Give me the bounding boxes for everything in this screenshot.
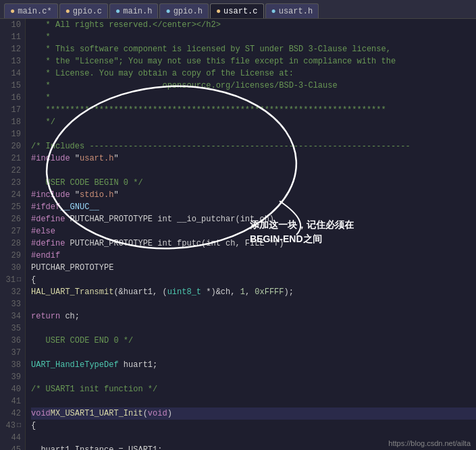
tab-ext-icon: ● — [216, 7, 221, 16]
tab-ext-icon: ● — [165, 7, 170, 16]
tab-label: main.h — [123, 7, 152, 16]
line-number: 18 — [0, 116, 25, 128]
code-line: * opensource.org/licenses/BSD-3-Clause — [31, 80, 476, 92]
code-line: #define PUTCHAR_PROTOTYPE int fputc(int … — [31, 237, 476, 250]
code-editor: 1011121314151617181920212223242526272829… — [0, 19, 476, 450]
tab-label: main.c* — [18, 7, 51, 16]
code-line: { — [31, 274, 476, 286]
line-number: 27 — [0, 225, 25, 237]
code-line: #endif — [31, 250, 476, 262]
code-line: void MX_USART1_UART_Init(void) — [31, 407, 476, 420]
line-number: 12 — [0, 43, 25, 55]
line-number: 32 — [0, 286, 25, 298]
tab-usart-c[interactable]: ● usart.c — [210, 3, 264, 18]
tab-usart-h[interactable]: ● usart.h — [265, 3, 319, 18]
line-number: 10 — [0, 19, 25, 31]
line-number: 23 — [0, 177, 25, 189]
code-line: USER CODE END 0 */ — [31, 335, 476, 347]
tab-label: usart.h — [279, 7, 313, 16]
code-line: * This software component is licensed by… — [31, 43, 476, 55]
watermark: https://blog.csdn.net/ailta — [388, 439, 471, 447]
line-number: 42 — [0, 407, 25, 420]
tab-ext-icon: ● — [115, 7, 120, 16]
line-number: 40 — [0, 383, 25, 395]
code-content[interactable]: * All rights reserved.</center></h2> * *… — [26, 19, 476, 450]
code-line: #include "stdio.h" — [31, 189, 476, 201]
tab-gpio-c[interactable]: ● gpio.c — [59, 3, 108, 18]
code-line: UART_HandleTypeDef huart1; — [31, 359, 476, 371]
line-number: 19 — [0, 128, 25, 140]
code-line: * — [31, 92, 476, 104]
code-line — [31, 322, 476, 335]
tab-ext-icon: ● — [271, 7, 276, 16]
line-number: 20 — [0, 140, 25, 152]
code-line: /* Includes ----------------------------… — [31, 140, 476, 152]
tab-main-c[interactable]: ● main.c* — [4, 3, 58, 18]
tab-bar: ● main.c* ● gpio.c ● main.h ● gpio.h ● u… — [0, 0, 476, 19]
line-number: 15 — [0, 80, 25, 92]
tab-label: usart.c — [223, 7, 257, 16]
line-number: 45 — [0, 444, 25, 450]
code-line: #include "usart.h" — [31, 152, 476, 165]
tab-ext-icon: ● — [10, 7, 15, 16]
line-number: 22 — [0, 165, 25, 177]
code-line: ****************************************… — [31, 104, 476, 116]
tab-label: gpio.h — [174, 7, 203, 16]
line-number: 16 — [0, 92, 25, 104]
code-line — [31, 298, 476, 310]
line-number: 28 — [0, 237, 25, 250]
code-line — [31, 395, 476, 407]
tab-main-h[interactable]: ● main.h — [109, 3, 158, 18]
line-number: 44 — [0, 432, 25, 444]
line-number: 25 — [0, 201, 25, 213]
code-line: USER CODE BEGIN 0 */ — [31, 177, 476, 189]
code-line: #else — [31, 225, 476, 237]
line-number: 41 — [0, 395, 25, 407]
code-line — [31, 165, 476, 177]
code-line: HAL_UART_Transmit(&huart1, (uint8_t *)&c… — [31, 286, 476, 298]
code-line: * License. You may obtain a copy of the … — [31, 67, 476, 80]
line-number: 21 — [0, 152, 25, 165]
code-line: */ — [31, 116, 476, 128]
code-line: #define PUTCHAR_PROTOTYPE int __io_putch… — [31, 213, 476, 225]
code-line: /* USART1 init function */ — [31, 383, 476, 395]
line-numbers: 1011121314151617181920212223242526272829… — [0, 19, 26, 450]
line-number: 31 — [0, 274, 25, 286]
code-line: * — [31, 31, 476, 43]
line-number: 17 — [0, 104, 25, 116]
line-number: 11 — [0, 31, 25, 43]
code-line: PUTCHAR_PROTOTYPE — [31, 262, 476, 274]
code-line — [31, 128, 476, 140]
line-number: 34 — [0, 310, 25, 322]
tab-label: gpio.c — [73, 7, 102, 16]
line-number: 43 — [0, 420, 25, 432]
line-number: 26 — [0, 213, 25, 225]
code-line: * All rights reserved.</center></h2> — [31, 19, 476, 31]
line-number: 37 — [0, 347, 25, 359]
code-line: #ifdef __GNUC__ — [31, 201, 476, 213]
code-line: return ch; — [31, 310, 476, 322]
code-line — [31, 371, 476, 383]
line-number: 30 — [0, 262, 25, 274]
tab-gpio-h[interactable]: ● gpio.h — [159, 3, 208, 18]
line-number: 13 — [0, 55, 25, 67]
code-line — [31, 347, 476, 359]
line-number: 35 — [0, 322, 25, 335]
line-number: 29 — [0, 250, 25, 262]
code-line: { — [31, 420, 476, 432]
line-number: 39 — [0, 371, 25, 383]
code-line: * the "License"; You may not use this fi… — [31, 55, 476, 67]
line-number: 33 — [0, 298, 25, 310]
line-number: 24 — [0, 189, 25, 201]
line-number: 38 — [0, 359, 25, 371]
line-number: 36 — [0, 335, 25, 347]
tab-ext-icon: ● — [65, 7, 70, 16]
line-number: 14 — [0, 67, 25, 80]
